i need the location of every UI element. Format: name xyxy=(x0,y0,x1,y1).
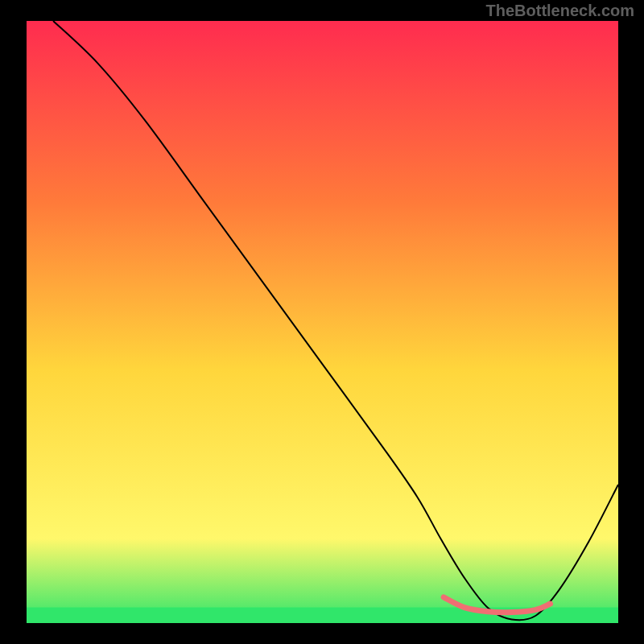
bottleneck-chart xyxy=(0,0,644,644)
plot-background xyxy=(27,21,618,623)
watermark-text: TheBottleneck.com xyxy=(486,2,634,20)
chart-container: TheBottleneck.com xyxy=(0,0,644,644)
